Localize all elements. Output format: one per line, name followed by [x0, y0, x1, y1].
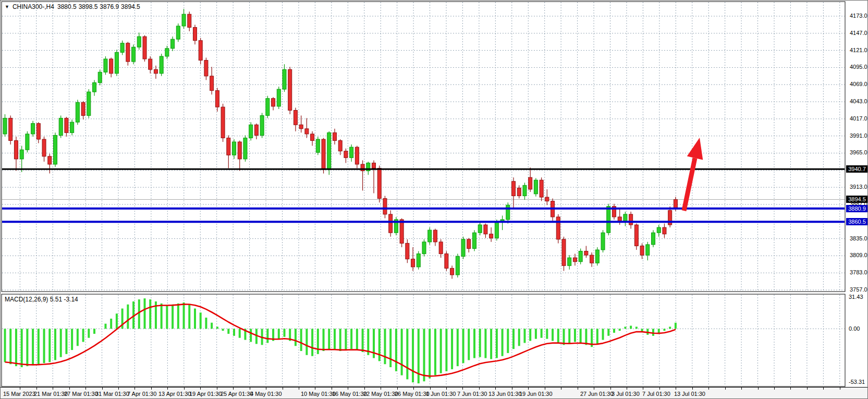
candle — [132, 44, 136, 64]
candle — [59, 116, 63, 138]
chart-title: ▼ CHINA300-,H4 3880.53898.53876.93894.5 — [5, 3, 140, 10]
candle — [266, 96, 270, 118]
time-tick — [151, 388, 152, 390]
macd-indicator-label: MACD(12,26,9) 5.51 -3.14 — [5, 296, 78, 303]
candle — [595, 247, 599, 265]
time-tick — [413, 388, 414, 390]
time-tick — [643, 388, 643, 390]
time-tick — [200, 388, 201, 390]
time-axis-label: 27 Jun 01:30 — [580, 391, 614, 397]
candle — [76, 100, 79, 125]
time-tick — [20, 388, 20, 390]
candle — [277, 87, 280, 109]
candle — [327, 131, 331, 175]
candle — [562, 237, 566, 271]
candle — [199, 38, 202, 64]
candle — [417, 251, 420, 270]
candle — [472, 230, 476, 251]
time-tick — [69, 388, 70, 390]
candle — [445, 251, 448, 271]
time-axis-label: 21 Mar 01:30 — [34, 391, 68, 397]
time-tick — [266, 388, 266, 390]
time-tick — [823, 388, 824, 390]
time-axis-label: 13 Jun 01:30 — [488, 391, 522, 397]
ohlc-low: 3876.9 — [100, 3, 119, 10]
candle — [176, 23, 180, 42]
price-axis-label: 3913.0 — [850, 184, 867, 190]
time-tick — [446, 388, 447, 390]
candle — [143, 35, 146, 62]
time-tick — [774, 388, 775, 390]
time-tick — [578, 388, 578, 390]
candle — [316, 137, 320, 155]
price-level-badge: 3880.9 — [846, 205, 868, 212]
time-tick — [594, 388, 594, 390]
candle — [428, 227, 432, 245]
time-tick — [692, 388, 693, 390]
time-axis-label: 15 Mar 2023 — [3, 391, 35, 397]
time-tick — [462, 388, 463, 390]
price-axis-label: 4173.0 — [850, 13, 867, 19]
candle — [243, 135, 247, 161]
time-tick — [659, 388, 660, 390]
price-axis-label: 3965.0 — [850, 149, 867, 155]
time-tick — [85, 388, 86, 390]
price-level-badge: 3940.7 — [846, 165, 868, 173]
time-axis-label: 13 Apr 01:30 — [158, 391, 191, 397]
time-axis-label: 31 Mar 01:30 — [95, 391, 129, 397]
price-axis-label: 3835.0 — [850, 235, 867, 241]
price-axis-label: 4147.0 — [850, 30, 867, 36]
time-axis-label: 22 May 01:30 — [363, 391, 398, 397]
time-tick — [250, 388, 250, 390]
price-axis-label: 4095.0 — [850, 64, 867, 70]
time-axis-label: 7 Jul 01:30 — [642, 391, 670, 397]
time-axis-label: 27 Mar 01:30 — [64, 391, 98, 397]
time-axis-label: 10 May 01:30 — [301, 391, 336, 397]
time-axis-label: 13 Jul 01:30 — [674, 391, 705, 397]
time-tick — [545, 388, 545, 390]
time-tick — [512, 388, 512, 390]
price-level-badge: 3894.5 — [846, 196, 868, 203]
time-axis-label: 3 Jul 01:30 — [612, 391, 640, 397]
price-axis-label: 4043.0 — [850, 98, 867, 104]
candle — [652, 230, 655, 247]
candle — [115, 50, 118, 76]
time-tick — [348, 388, 348, 390]
time-tick — [840, 388, 840, 390]
macd-scale-label: 31.43 — [849, 294, 863, 300]
candle — [556, 214, 560, 244]
time-axis-label: 25 Apr 01:30 — [221, 391, 253, 397]
time-tick — [102, 388, 103, 390]
pane-splitter[interactable] — [1, 291, 845, 295]
candle — [377, 165, 381, 202]
candle — [26, 131, 29, 152]
price-axis-label: 3809.0 — [850, 252, 867, 258]
time-axis-label: 19 Apr 01:30 — [189, 391, 222, 397]
candle — [160, 54, 163, 76]
time-tick — [610, 388, 611, 390]
time-tick — [135, 388, 135, 390]
time-axis-label: 7 Apr 01:30 — [127, 391, 156, 397]
candle — [260, 113, 264, 138]
candle — [601, 230, 605, 252]
time-axis-label: 7 Jun 01:30 — [457, 391, 487, 397]
time-tick — [430, 388, 431, 390]
time-tick — [118, 388, 119, 390]
time-tick — [479, 388, 480, 390]
time-axis-label: 26 May 01:30 — [395, 391, 430, 397]
time-tick — [233, 388, 234, 390]
symbol-timeframe-label: CHINA300-,H4 — [13, 3, 54, 10]
candle — [534, 178, 537, 196]
time-tick — [283, 388, 283, 390]
time-tick — [364, 388, 365, 390]
time-tick — [495, 388, 496, 390]
trading-chart-window: ▼ CHINA300-,H4 3880.53898.53876.93894.5 … — [0, 0, 868, 399]
time-tick — [315, 388, 315, 390]
time-scale[interactable]: 15 Mar 202321 Mar 01:3027 Mar 01:3031 Ma… — [1, 387, 868, 399]
symbol-dropdown-icon[interactable]: ▼ — [5, 4, 9, 9]
price-axis-label: 3783.0 — [850, 269, 867, 275]
candle — [322, 138, 325, 173]
time-tick — [299, 388, 299, 390]
candle — [87, 89, 91, 118]
candle — [461, 237, 465, 259]
